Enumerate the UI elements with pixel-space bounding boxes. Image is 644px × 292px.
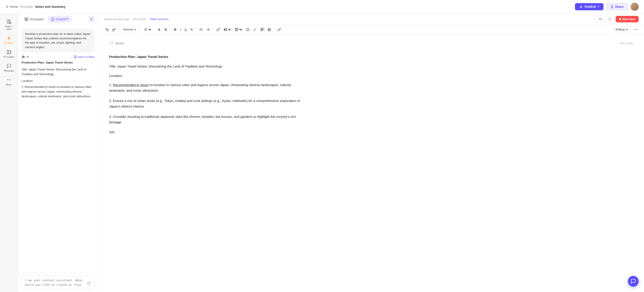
marker-icon	[164, 28, 168, 31]
bullet-list-icon	[199, 28, 203, 31]
svg-point-7	[8, 79, 10, 80]
svg-rect-12	[26, 20, 28, 21]
home-link[interactable]: Home	[5, 5, 18, 8]
svg-rect-52	[261, 30, 262, 31]
emoji-button[interactable]	[245, 26, 251, 32]
sidebar-item-ai-images[interactable]: AI Images	[1, 48, 16, 60]
align-icon	[144, 28, 148, 31]
svg-point-57	[636, 29, 637, 30]
chevron-left-panel-icon	[90, 18, 93, 21]
svg-rect-41	[224, 28, 227, 31]
image-icon	[6, 50, 12, 54]
new-item-button[interactable]: New Item	[616, 16, 639, 22]
redo-icon	[112, 28, 116, 31]
image-insert-button[interactable]	[222, 26, 232, 32]
redo-button[interactable]	[111, 26, 117, 32]
chat-bubble-icon	[630, 278, 636, 284]
add-to-editor-label: Add to Editor	[78, 55, 94, 58]
svg-point-54	[270, 30, 270, 30]
user-message-bubble: Develop a production plan for a video ca…	[22, 28, 94, 52]
bold-icon: B	[174, 28, 176, 31]
svg-text:3.: 3.	[206, 30, 208, 31]
top-bar-right: Publish ▾ Share	[575, 3, 639, 11]
bold-button[interactable]: B	[173, 26, 178, 32]
svg-point-55	[634, 29, 635, 30]
strikethrough-button[interactable]: S	[189, 26, 194, 32]
emoji-icon	[246, 28, 250, 31]
svg-point-29	[200, 28, 200, 28]
user-message-text: Develop a production plan for a video ca…	[25, 32, 90, 49]
sidebar-item-ai-writer[interactable]: AI Writer	[1, 34, 16, 46]
separator-6	[213, 27, 213, 32]
bullet-list-button[interactable]	[198, 26, 204, 32]
collaborators-button[interactable]	[597, 16, 604, 23]
pencil-button[interactable]	[276, 26, 282, 32]
settings-button[interactable]	[606, 16, 613, 23]
more-label: More	[6, 83, 12, 86]
tab-chatgpt[interactable]: G ChatGPT	[48, 16, 72, 23]
svg-rect-50	[261, 28, 262, 29]
link-button[interactable]	[215, 26, 222, 32]
svg-point-31	[200, 30, 200, 30]
highlight-button[interactable]	[162, 26, 169, 32]
chat-input-wrapper	[22, 276, 94, 289]
numbered-list-button[interactable]: 1.2.3.	[205, 26, 211, 32]
style-selector[interactable]: Normal	[121, 26, 139, 32]
doc-line3: Location:	[109, 73, 306, 78]
tab-templates[interactable]: Templates	[22, 16, 47, 23]
robot-icon	[22, 55, 25, 58]
notes-title-text: Notes	[116, 41, 124, 45]
document-content[interactable]: Production Plan: Japan Travel Series Tit…	[109, 54, 306, 134]
avatar[interactable]	[630, 3, 639, 11]
ai-content-text: Production Plan: Japan Travel Series Tit…	[22, 60, 94, 100]
format-clear-button[interactable]	[252, 26, 258, 32]
svg-rect-10	[26, 18, 28, 19]
add-to-editor-button[interactable]: Add to Editor	[74, 55, 94, 58]
grid-icon	[24, 18, 28, 21]
more-options-button[interactable]	[632, 26, 639, 32]
share-button[interactable]: Share	[606, 3, 628, 10]
italic-button[interactable]: I	[179, 26, 182, 32]
text-color-button[interactable]: A	[157, 26, 162, 32]
sidebar-item-message[interactable]: Message	[1, 61, 16, 74]
svg-point-46	[246, 28, 249, 31]
new-item-dot	[619, 18, 621, 20]
doc-line1: Production Plan: Japan Travel Series	[109, 54, 306, 60]
align-button[interactable]	[143, 26, 153, 32]
editing-label: Editing	[616, 28, 624, 31]
clock-icon	[608, 18, 612, 21]
collapse-panel-button[interactable]	[88, 16, 94, 22]
sidebar-item-more[interactable]: More	[1, 75, 16, 88]
word-count-label: 431 words	[133, 18, 146, 21]
chat-bubble-button[interactable]	[628, 276, 639, 287]
editing-chevron-icon	[626, 28, 628, 31]
sidebar-item-brief-seo[interactable]: Brief + SEO	[1, 17, 16, 33]
editing-selector[interactable]: Editing	[613, 26, 630, 32]
svg-point-6	[7, 79, 8, 80]
undo-icon	[105, 28, 109, 31]
svg-rect-28	[164, 30, 167, 31]
saved-label: Saved seconds ago	[104, 18, 129, 21]
users-icon	[598, 18, 602, 21]
brief-seo-label: Brief + SEO	[3, 25, 15, 30]
notes-word-count: 431 words	[620, 42, 633, 45]
table-button[interactable]	[234, 26, 244, 32]
chat-area: Develop a production plan for a video ca…	[18, 25, 98, 273]
separator-3	[155, 27, 155, 32]
older-versions-link[interactable]: Older versions	[150, 18, 168, 21]
main-layout: Brief + SEO AI Writer AI Images Message …	[0, 14, 644, 292]
send-button[interactable]	[86, 281, 91, 287]
publish-button[interactable]: Publish ▾	[575, 3, 604, 10]
top-bar: Home Template: Notes and Summary Publish…	[0, 0, 644, 14]
print-button[interactable]	[266, 26, 272, 32]
strikethrough-icon: S	[190, 28, 193, 31]
editor-meta: Saved seconds ago 431 words Older versio…	[104, 18, 168, 21]
underline-button[interactable]: U	[183, 26, 188, 32]
undo-button[interactable]	[104, 26, 110, 32]
chat-input[interactable]	[25, 278, 84, 287]
tab-templates-label: Templates	[30, 18, 44, 21]
svg-point-8	[10, 79, 11, 80]
doc-line2: Title: Japan Travel Series: Discovering …	[109, 64, 306, 69]
svg-rect-11	[25, 20, 26, 21]
special-chars-button[interactable]	[259, 26, 265, 32]
